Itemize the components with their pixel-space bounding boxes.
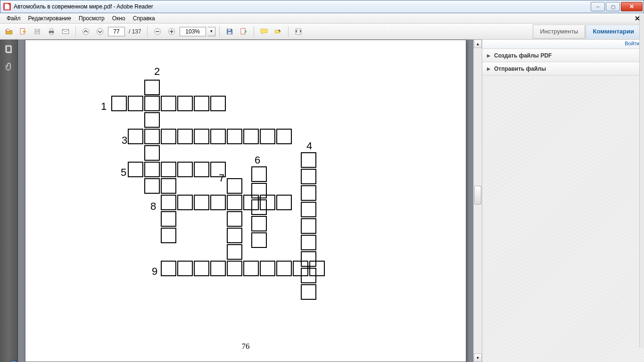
menu-help[interactable]: Справка: [129, 14, 159, 23]
open-button[interactable]: [3, 25, 15, 38]
zoom-in-button[interactable]: [165, 25, 178, 38]
pdf-page: 76 1 2 3 4 5 6 7 8 9: [25, 40, 466, 362]
panel-send-files[interactable]: ▶Отправить файлы: [482, 62, 644, 75]
page-up-button[interactable]: [80, 25, 92, 38]
clue-6: 6: [255, 154, 260, 166]
panel-create-pdf[interactable]: ▶Создать файлы PDF: [482, 49, 644, 62]
clue-4: 4: [306, 140, 312, 152]
chevron-right-icon: ▶: [487, 66, 490, 71]
scroll-up-button[interactable]: ▲: [474, 40, 482, 48]
svg-point-7: [83, 28, 89, 35]
scroll-down-button[interactable]: ▼: [474, 354, 482, 362]
menu-view[interactable]: Просмотр: [75, 14, 108, 23]
page-number-input[interactable]: [108, 27, 125, 36]
svg-rect-5: [50, 33, 53, 34]
window-title: Автомобиль в современном мире.pdf - Adob…: [14, 3, 590, 10]
maximize-button[interactable]: ▢: [606, 2, 620, 11]
svg-rect-15: [228, 32, 231, 34]
menubar: Файл Редактирование Просмотр Окно Справк…: [0, 13, 644, 24]
zoom-dropdown[interactable]: ▼: [208, 27, 215, 36]
panel-body: [482, 75, 644, 362]
clue-3: 3: [122, 134, 127, 147]
export-pdf-button[interactable]: [17, 25, 29, 38]
menu-file[interactable]: Файл: [3, 14, 25, 23]
toolbar: / 137 103% ▼ Инструменты Комментарии: [0, 24, 644, 40]
clue-5: 5: [121, 166, 126, 179]
email-button[interactable]: [59, 25, 72, 38]
login-link[interactable]: Войти: [482, 40, 644, 49]
highlight-button[interactable]: [272, 25, 284, 38]
right-panel: Войти ▶Создать файлы PDF ▶Отправить файл…: [482, 40, 644, 362]
nav-rail: [0, 40, 18, 362]
print-button[interactable]: [45, 25, 58, 38]
svg-rect-16: [241, 28, 245, 34]
document-viewport[interactable]: 76 1 2 3 4 5 6 7 8 9: [18, 40, 473, 362]
comment-button[interactable]: [258, 25, 270, 38]
scroll-thumb[interactable]: [474, 186, 481, 205]
svg-rect-13: [171, 30, 172, 33]
scroll-track[interactable]: [474, 48, 482, 354]
adobe-reader-icon: [3, 3, 11, 10]
page-down-button[interactable]: [94, 25, 106, 38]
svg-point-8: [97, 28, 103, 35]
save-copy-button[interactable]: [223, 25, 236, 38]
chevron-right-icon: ▶: [487, 53, 490, 58]
clue-9: 9: [152, 265, 157, 278]
svg-rect-1: [35, 29, 38, 31]
svg-rect-2: [35, 32, 39, 34]
page-footer-number: 76: [25, 342, 466, 351]
tab-comments[interactable]: Комментарии: [586, 25, 641, 39]
tab-tools[interactable]: Инструменты: [533, 25, 585, 39]
minimize-button[interactable]: ─: [591, 2, 605, 11]
titlebar: Автомобиль в современном мире.pdf - Adob…: [0, 0, 644, 13]
zoom-out-button[interactable]: [151, 25, 164, 38]
svg-rect-4: [50, 29, 53, 31]
clue-8: 8: [150, 200, 156, 213]
clue-1: 1: [101, 100, 107, 113]
clue-2: 2: [154, 66, 160, 78]
menu-window[interactable]: Окно: [108, 14, 129, 23]
svg-rect-10: [156, 31, 159, 32]
window-edge-artifact: [639, 14, 644, 348]
panel-send-files-label: Отправить файлы: [494, 66, 546, 72]
vertical-scrollbar[interactable]: ▲ ▼: [473, 40, 482, 362]
menu-edit[interactable]: Редактирование: [25, 14, 75, 23]
panel-create-pdf-label: Создать файлы PDF: [494, 52, 552, 59]
read-mode-button[interactable]: [292, 25, 305, 38]
svg-rect-14: [228, 29, 231, 31]
zoom-value[interactable]: 103%: [180, 27, 206, 36]
save-button[interactable]: [31, 25, 43, 38]
convert-button[interactable]: [238, 25, 250, 38]
close-window-button[interactable]: ✕: [621, 2, 643, 11]
attachments-icon[interactable]: [4, 61, 14, 72]
thumbnails-icon[interactable]: [4, 44, 14, 55]
page-total-label: / 137: [129, 28, 141, 35]
